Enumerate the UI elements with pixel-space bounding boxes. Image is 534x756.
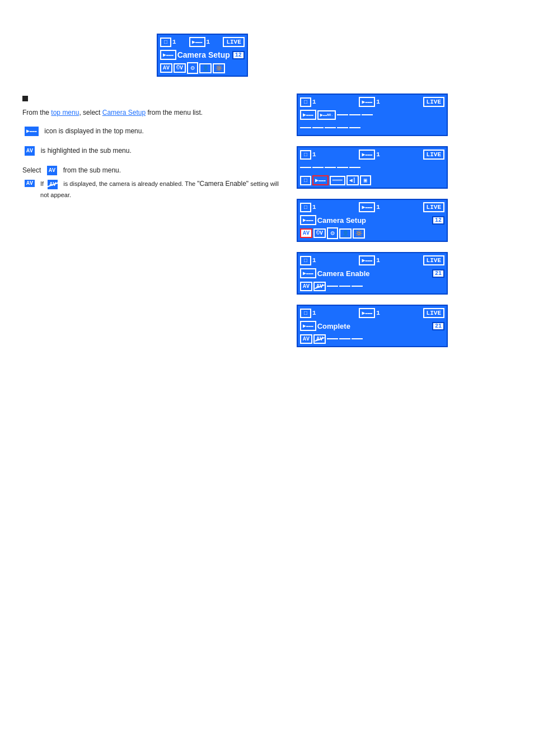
panel-2: □ 1 ▶▬▬▬ 1 LIVE □ ▶▬▬▬ bbox=[297, 146, 448, 189]
tape-icon-2: ▶▬▬▬ bbox=[160, 50, 176, 60]
p5-d3 bbox=[352, 338, 363, 339]
av-icon-main: AV bbox=[160, 63, 172, 73]
p4-live: LIVE bbox=[423, 255, 444, 265]
live-badge: LIVE bbox=[223, 37, 244, 47]
p4-row1: □ 1 ▶▬▬▬ 1 LIVE bbox=[299, 254, 446, 267]
instruction-right: □ 1 ▶▬▬▬ 1 LIVE ▶▬▬▬ ▶▬▬NO. bbox=[297, 94, 459, 347]
p1-d3 bbox=[325, 127, 336, 128]
p1-d1 bbox=[300, 127, 311, 128]
p5-tape-num: 1 bbox=[376, 310, 380, 316]
p5-row3: AV AV bbox=[299, 333, 446, 345]
page-badge: 12 bbox=[232, 51, 245, 59]
step-4-block: Select AV from the sub menu. AV bbox=[22, 165, 280, 202]
p5-page: 21 bbox=[432, 322, 444, 330]
p1-tape-icon-2: ▶▬▬▬ bbox=[300, 110, 316, 120]
p3-av-highlighted: AV bbox=[300, 228, 312, 238]
panel-1: □ 1 ▶▬▬▬ 1 LIVE ▶▬▬▬ ▶▬▬NO. bbox=[297, 94, 448, 136]
p4-av-icon: AV bbox=[300, 282, 312, 291]
p1-tape-icon: ▶▬▬▬ bbox=[359, 97, 375, 107]
p5-tape-icon-2: ▶▬▬▬ bbox=[300, 321, 316, 331]
p5-cam-icon: □ bbox=[300, 309, 311, 318]
p1-dash3 bbox=[362, 114, 373, 115]
p2-cam-icon: □ bbox=[300, 150, 311, 160]
p2-tape-num: 1 bbox=[376, 151, 380, 158]
p3-person-icon: 👤 bbox=[339, 228, 352, 239]
camera-enable-quote: "Camera Enable" bbox=[197, 180, 249, 188]
p4-tape-num: 1 bbox=[376, 257, 380, 264]
panel-4: □ 1 ▶▬▬▬ 1 LIVE ▶▬▬▬ Camera Enable 21 AV bbox=[297, 252, 448, 295]
step-1-text: From the top menu, select Camera Setup f… bbox=[22, 108, 280, 118]
page-content: □ 1 ▶▬▬▬ 1 LIVE ▶▬▬▬ Camera Setup 12 AV … bbox=[0, 0, 534, 370]
top-menu-link[interactable]: top menu bbox=[51, 109, 79, 116]
p3-live: LIVE bbox=[423, 202, 444, 212]
tape-icon: ▶▬▬▬ bbox=[189, 37, 205, 47]
p2-sq-icon: □ bbox=[300, 176, 311, 185]
brightness-icon-main: 🔆 bbox=[213, 63, 225, 73]
cam-number: 1 bbox=[172, 39, 176, 45]
p3-brightness-icon: 🔆 bbox=[353, 228, 365, 239]
p5-av-icon: AV bbox=[300, 334, 312, 344]
cv-icon-main: ©V bbox=[174, 63, 186, 73]
p2-r2-d4 bbox=[337, 167, 348, 168]
panel-5: □ 1 ▶▬▬▬ 1 LIVE ▶▬▬▬ Complete 21 AV bbox=[297, 305, 448, 347]
p1-d4 bbox=[337, 127, 348, 128]
p2-live: LIVE bbox=[423, 150, 444, 160]
p4-tape-icon-2: ▶▬▬▬ bbox=[300, 268, 316, 278]
p4-d2 bbox=[339, 286, 350, 287]
gear-icon-main: ⚙ bbox=[187, 62, 198, 74]
step-4-note: AV If AV bbox=[22, 179, 280, 202]
camera-icon: □ bbox=[160, 38, 171, 47]
p5-live: LIVE bbox=[423, 308, 444, 318]
tape-number: 1 bbox=[207, 39, 210, 45]
step-3-text: AV is highlighted in the sub menu. bbox=[22, 145, 280, 157]
camera-setup-link[interactable]: Camera Setup bbox=[102, 109, 146, 116]
p5-d2 bbox=[339, 338, 350, 339]
p4-camera-enable: Camera Enable bbox=[317, 269, 370, 278]
p1-d2 bbox=[312, 127, 324, 128]
p5-d1 bbox=[327, 338, 338, 339]
camera-setup-label: Camera Setup bbox=[177, 50, 230, 59]
p2-r2-d5 bbox=[349, 167, 360, 168]
p1-row2: ▶▬▬▬ ▶▬▬NO. bbox=[299, 109, 446, 121]
p4-d1 bbox=[327, 286, 338, 287]
p3-page: 12 bbox=[432, 216, 444, 225]
p1-cam-icon: □ bbox=[300, 97, 311, 107]
panel-3: □ 1 ▶▬▬▬ 1 LIVE ▶▬▬▬ Camera Setup 12 AV … bbox=[297, 199, 448, 242]
p3-camera-setup: Camera Setup bbox=[317, 216, 366, 225]
main-demo-panel: □ 1 ▶▬▬▬ 1 LIVE ▶▬▬▬ Camera Setup 12 AV … bbox=[157, 34, 512, 77]
p2-audio-icon: ◀| bbox=[346, 175, 359, 185]
p3-cam-num: 1 bbox=[312, 204, 316, 211]
p2-eq-icon: ═══ bbox=[330, 176, 345, 185]
p1-no-icon: ▶▬▬NO. bbox=[317, 110, 336, 120]
p2-r2-d2 bbox=[312, 167, 324, 168]
p2-r2-d1 bbox=[300, 167, 311, 168]
p3-tape-icon-2: ▶▬▬▬ bbox=[300, 215, 316, 225]
step-4-note-text: If AV is displayed, the camera is alread… bbox=[40, 179, 280, 200]
p3-row1: □ 1 ▶▬▬▬ 1 LIVE bbox=[299, 201, 446, 213]
step-2-text: ▶▬▬▬ icon is displayed in the top menu. bbox=[22, 125, 280, 137]
p5-av-disabled-icon: AV bbox=[313, 334, 326, 344]
p1-d5 bbox=[349, 127, 360, 128]
av-disabled-icon-2: AV bbox=[46, 179, 59, 190]
person-icon-main: 👤 bbox=[199, 63, 212, 73]
p2-r2-d3 bbox=[325, 167, 336, 168]
step-1-block: From the top menu, select Camera Setup f… bbox=[22, 108, 280, 118]
p5-complete-label: Complete bbox=[317, 322, 350, 330]
p1-dash1 bbox=[337, 114, 348, 115]
p5-row1: □ 1 ▶▬▬▬ 1 LIVE bbox=[299, 307, 446, 319]
section-header bbox=[22, 94, 280, 102]
step-3-block: AV is highlighted in the sub menu. bbox=[22, 145, 280, 157]
p2-tape-icon: ▶▬▬▬ bbox=[359, 150, 375, 160]
p3-row2: ▶▬▬▬ Camera Setup 12 bbox=[299, 214, 446, 226]
p3-cv-icon: ©V bbox=[313, 228, 326, 238]
p1-row1: □ 1 ▶▬▬▬ 1 LIVE bbox=[299, 96, 446, 108]
p2-rec-icon: ▣ bbox=[360, 175, 371, 185]
p1-cam-num: 1 bbox=[312, 99, 316, 105]
p5-cam-num: 1 bbox=[312, 310, 316, 316]
p3-row3: AV ©V ⚙ 👤 🔆 bbox=[299, 227, 446, 240]
p1-row3 bbox=[299, 122, 446, 134]
p4-row2: ▶▬▬▬ Camera Enable 21 bbox=[299, 267, 446, 279]
p1-dash2 bbox=[349, 114, 360, 115]
p2-row2 bbox=[299, 161, 446, 174]
p3-gear-icon: ⚙ bbox=[327, 227, 338, 239]
